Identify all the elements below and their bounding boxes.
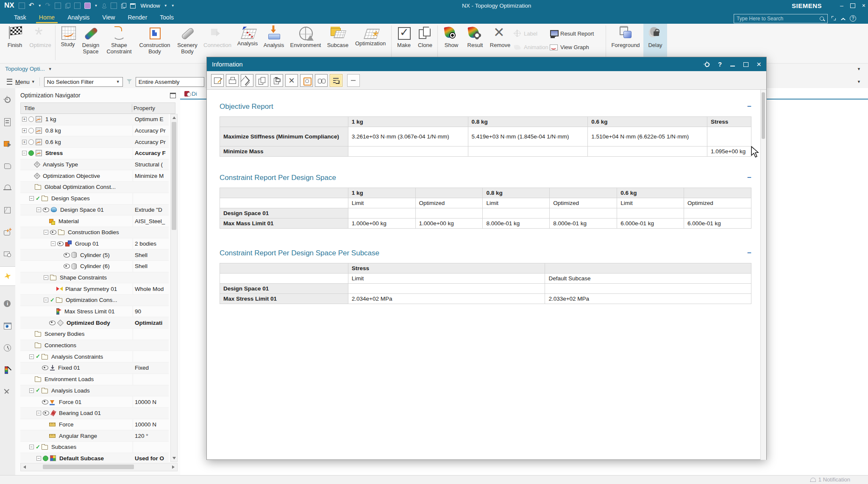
- find-button[interactable]: [315, 74, 328, 87]
- window-menu-label[interactable]: Window: [140, 3, 160, 9]
- tab-view[interactable]: View: [96, 12, 121, 24]
- section-collapse-button[interactable]: −: [747, 251, 751, 255]
- scroll-up-icon[interactable]: [172, 116, 176, 119]
- word-wrap-button[interactable]: [330, 74, 342, 87]
- search-icon[interactable]: [820, 17, 824, 21]
- tree-row[interactable]: −Subcases: [20, 442, 169, 453]
- cut-button[interactable]: [241, 74, 253, 87]
- ribbon-row-overflow-icon[interactable]: ▼: [857, 67, 861, 71]
- dialog-vertical-scrollbar[interactable]: [760, 90, 766, 460]
- filter-reset-icon[interactable]: [127, 79, 132, 84]
- document-tab[interactable]: Di: [184, 89, 197, 99]
- tree-row[interactable]: −Shape Constraints: [20, 272, 169, 284]
- microphone-icon[interactable]: [101, 3, 107, 8]
- scroll-down-icon[interactable]: [172, 457, 176, 459]
- tree-row[interactable]: −Analysis Constraints: [20, 351, 169, 362]
- window-icon[interactable]: [130, 3, 136, 8]
- resource-bar-item-navigator-gear[interactable]: [0, 91, 15, 109]
- dialog-close-icon[interactable]: [756, 61, 762, 67]
- collapse-icon[interactable]: −: [29, 196, 34, 201]
- toolbar-row-overflow-icon[interactable]: ▼: [857, 80, 861, 84]
- menu-button[interactable]: Menu: [15, 79, 30, 85]
- tree-row[interactable]: Max Stress Limit 0190: [20, 306, 169, 318]
- environment-button[interactable]: Environment: [287, 24, 324, 48]
- show-button[interactable]: Show: [440, 24, 463, 48]
- touch-mode-icon[interactable]: [84, 3, 91, 9]
- collapse-icon[interactable]: −: [44, 230, 48, 235]
- tree-row[interactable]: MaterialAISI_Steel_: [20, 216, 169, 227]
- resource-bar-item-notifications-bell[interactable]: [0, 179, 15, 197]
- collapse-icon[interactable]: −: [29, 354, 34, 359]
- tree-row[interactable]: Fixed 01Fixed: [20, 362, 169, 374]
- dialog-minimize-icon[interactable]: [730, 61, 736, 67]
- fullscreen-icon[interactable]: [832, 16, 836, 20]
- resource-bar-item-history-clock[interactable]: [0, 339, 15, 357]
- scrollbar-thumb[interactable]: [172, 122, 176, 230]
- make-button[interactable]: Make: [393, 24, 415, 48]
- help-icon[interactable]: ?: [850, 15, 856, 22]
- analysis-button[interactable]: Analysis: [234, 24, 261, 47]
- tree-row[interactable]: Environment Loads: [20, 374, 169, 385]
- tree-row[interactable]: −Bearing Load 01: [20, 408, 169, 419]
- resource-bar-item-info[interactable]: [0, 295, 15, 313]
- tree-row[interactable]: Connections: [20, 340, 169, 351]
- tree-row[interactable]: +0.8 kgAccuracy Pr: [20, 125, 169, 137]
- collapse-icon[interactable]: −: [36, 456, 41, 461]
- save-button[interactable]: [211, 74, 224, 87]
- collapse-icon[interactable]: −: [36, 207, 41, 212]
- remove-button[interactable]: Remove: [487, 24, 513, 48]
- expand-icon[interactable]: +: [22, 128, 27, 133]
- collapse-ribbon-icon[interactable]: [841, 17, 845, 19]
- chevron-down-icon[interactable]: ▼: [38, 4, 42, 8]
- result-report-button[interactable]: Result Report: [550, 29, 604, 38]
- foreground-button[interactable]: Foreground: [608, 24, 643, 48]
- search-input[interactable]: [734, 16, 820, 22]
- construction-body-button[interactable]: Construction Body: [135, 24, 174, 55]
- copy-button[interactable]: [256, 74, 268, 87]
- menu-burger-icon[interactable]: [7, 79, 12, 85]
- collapse-icon[interactable]: −: [29, 445, 34, 449]
- paste-icon[interactable]: [74, 3, 81, 9]
- tree-row[interactable]: +0.6 kgAccuracy Pr: [20, 136, 169, 148]
- chevron-down-icon[interactable]: ▼: [95, 4, 98, 8]
- chevron-down-icon[interactable]: ▼: [164, 4, 167, 8]
- tab-tools[interactable]: Tools: [153, 12, 180, 24]
- shape-constraint-button[interactable]: Shape Constraint: [103, 24, 135, 55]
- application-selector[interactable]: Topology Opti... ▼: [5, 66, 52, 72]
- optimization-button[interactable]: Optimization: [351, 24, 389, 47]
- tree-row[interactable]: Cylinder (6)Shell: [20, 261, 169, 272]
- tree-row[interactable]: Scenery Bodies: [20, 329, 169, 340]
- minimize-button[interactable]: –: [840, 0, 843, 11]
- tab-task[interactable]: Task: [8, 12, 33, 24]
- scenery-body-button[interactable]: Scenery Body: [174, 24, 200, 55]
- scrollbar-thumb[interactable]: [762, 92, 765, 139]
- tab-render[interactable]: Render: [121, 12, 153, 24]
- tree-row[interactable]: Optimization ObjectiveMinimize M: [20, 170, 169, 182]
- resource-bar-item-parts-box[interactable]: [0, 201, 15, 219]
- selection-filter-dropdown[interactable]: No Selection Filter ▼: [44, 77, 123, 87]
- restore-button[interactable]: [850, 3, 855, 8]
- select-target-button[interactable]: [300, 74, 313, 87]
- undock-panel-icon[interactable]: [170, 93, 176, 98]
- collapse-icon[interactable]: −: [44, 298, 48, 302]
- resource-bar-item-customer-tools[interactable]: [0, 383, 15, 401]
- tree-row[interactable]: Optimized BodyOptimizati: [20, 317, 169, 329]
- copy-icon[interactable]: [65, 3, 70, 8]
- information-dialog-titlebar[interactable]: Information: [207, 57, 766, 71]
- layout-icon[interactable]: [121, 3, 126, 8]
- tree-row[interactable]: −Optimization Cons...: [20, 295, 169, 306]
- tree-row[interactable]: Analysis TypeStructural (: [20, 159, 169, 171]
- resource-bar-item-part-search[interactable]: [0, 245, 15, 263]
- resource-bar-item-part-navigator[interactable]: [0, 157, 15, 175]
- tree-row[interactable]: Planar Symmetry 01Whole Mod: [20, 283, 169, 295]
- tree-row[interactable]: Force 0110000 N: [20, 396, 169, 408]
- resource-bar-item-visualization-palette[interactable]: [0, 361, 15, 379]
- resource-bar-item-selection-star[interactable]: [0, 267, 15, 285]
- collapse-dash-button[interactable]: [347, 74, 360, 87]
- collapse-icon[interactable]: −: [51, 241, 56, 246]
- resource-bar-item-constraint-navigator[interactable]: [0, 135, 15, 153]
- dialog-settings-icon[interactable]: [704, 61, 709, 67]
- study-button[interactable]: Study: [57, 24, 78, 47]
- tree-row[interactable]: Angular Range120 °: [20, 430, 169, 442]
- qat-overflow-icon[interactable]: ▼: [171, 4, 175, 8]
